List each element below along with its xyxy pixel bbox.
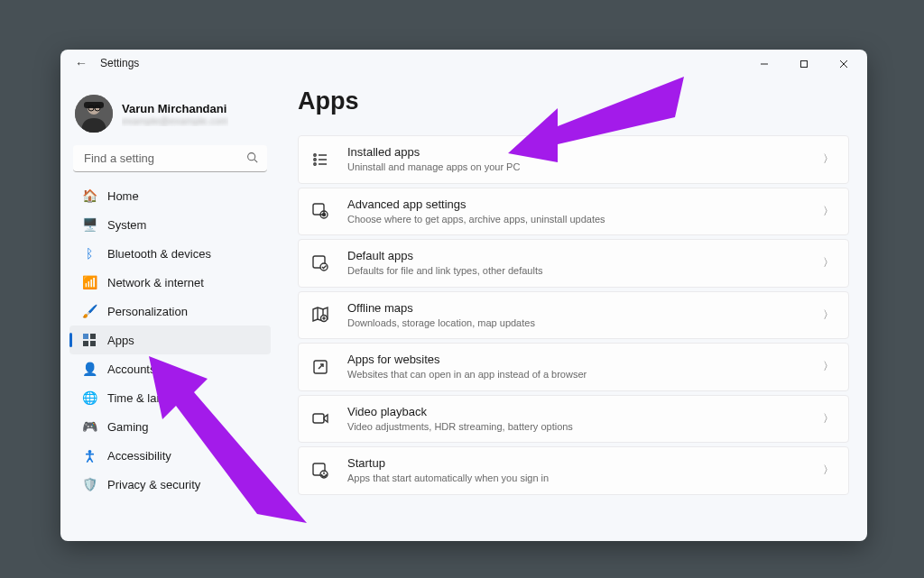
sidebar-item-label: Privacy & security (107, 478, 200, 491)
gamepad-icon: 🎮 (82, 419, 97, 434)
sidebar-item-label: Network & internet (107, 276, 204, 289)
check-app-icon (310, 252, 331, 274)
titlebar (60, 50, 867, 78)
card-installed-apps[interactable]: Installed apps Uninstall and manage apps… (298, 135, 849, 184)
sidebar-item-personalization[interactable]: 🖌️ Personalization (69, 297, 271, 326)
apps-icon (82, 333, 97, 347)
search-wrap (73, 145, 267, 172)
search-input[interactable] (73, 145, 267, 172)
brush-icon: 🖌️ (82, 304, 97, 318)
chevron-right-icon: 〉 (823, 204, 834, 219)
globe-icon: 🌐 (82, 390, 97, 405)
sidebar-item-privacy[interactable]: 🛡️ Privacy & security (69, 470, 271, 499)
sidebar-item-system[interactable]: 🖥️ System (69, 210, 271, 239)
system-icon: 🖥️ (82, 217, 97, 232)
sidebar-item-accounts[interactable]: 👤 Accounts (69, 354, 271, 383)
card-title: Video playback (347, 405, 823, 420)
card-title: Apps for websites (347, 353, 823, 368)
profile-email: example@example.com (122, 115, 228, 126)
sidebar-item-label: Home (107, 189, 139, 203)
svg-rect-11 (83, 334, 88, 339)
card-title: Default apps (347, 249, 823, 264)
card-subtitle: Downloads, storage location, map updates (347, 317, 823, 329)
shield-icon: 🛡️ (82, 477, 97, 491)
sidebar-item-time[interactable]: 🌐 Time & language (69, 383, 271, 412)
sidebar-item-bluetooth[interactable]: ᛒ Bluetooth & devices (69, 239, 271, 268)
svg-rect-1 (801, 61, 808, 68)
open-external-icon (310, 356, 331, 378)
profile-name: Varun Mirchandani (122, 102, 228, 115)
sidebar-item-label: Accounts (107, 362, 155, 376)
svg-rect-14 (90, 341, 96, 346)
startup-icon (310, 460, 331, 482)
video-icon (310, 408, 331, 429)
wifi-icon: 📶 (82, 275, 97, 289)
app-name: Settings (100, 57, 139, 69)
maximize-button[interactable] (784, 51, 824, 77)
svg-rect-13 (83, 341, 88, 346)
svg-point-20 (314, 163, 316, 165)
page-title: Apps (298, 87, 849, 115)
card-video-playback[interactable]: Video playback Video adjustments, HDR st… (298, 395, 849, 444)
sidebar-item-gaming[interactable]: 🎮 Gaming (69, 412, 271, 441)
person-icon: 👤 (82, 362, 97, 376)
cards-list: Installed apps Uninstall and manage apps… (298, 135, 849, 495)
svg-point-18 (314, 159, 316, 161)
settings-window: ← Settings (60, 50, 867, 541)
card-title: Advanced app settings (347, 197, 823, 213)
chevron-right-icon: 〉 (823, 307, 834, 323)
chevron-right-icon: 〉 (823, 255, 834, 271)
sidebar-item-home[interactable]: 🏠 Home (69, 181, 271, 210)
user-profile[interactable]: Varun Mirchandani example@example.com (69, 95, 271, 145)
home-icon: 🏠 (82, 188, 97, 203)
nav-list: 🏠 Home 🖥️ System ᛒ Bluetooth & devices 📶… (69, 181, 271, 499)
card-offline-maps[interactable]: Offline maps Downloads, storage location… (298, 291, 849, 340)
gear-app-icon (310, 200, 331, 222)
sidebar-item-label: System (107, 218, 146, 232)
chevron-right-icon: 〉 (823, 411, 834, 427)
card-subtitle: Choose where to get apps, archive apps, … (347, 213, 823, 225)
svg-point-26 (320, 263, 328, 271)
card-default-apps[interactable]: Default apps Defaults for file and link … (298, 239, 849, 288)
card-subtitle: Websites that can open in an app instead… (347, 368, 823, 381)
sidebar-item-label: Bluetooth & devices (107, 247, 211, 261)
svg-rect-22 (313, 204, 324, 215)
sidebar: Varun Mirchandani example@example.com 🏠 … (60, 78, 280, 541)
card-subtitle: Uninstall and manage apps on your PC (347, 161, 823, 173)
avatar (75, 95, 113, 133)
card-startup[interactable]: Startup Apps that start automatically wh… (298, 446, 849, 495)
card-apps-for-websites[interactable]: Apps for websites Websites that can open… (298, 343, 849, 391)
svg-point-24 (323, 214, 326, 216)
svg-rect-32 (313, 414, 324, 423)
sidebar-item-label: Gaming (107, 420, 149, 434)
card-subtitle: Video adjustments, HDR streaming, batter… (347, 420, 823, 433)
card-title: Offline maps (347, 301, 823, 317)
accessibility-icon (82, 448, 97, 463)
minimize-button[interactable] (744, 51, 784, 77)
map-icon (310, 304, 331, 326)
close-button[interactable] (824, 51, 864, 77)
svg-rect-12 (90, 334, 96, 339)
back-button[interactable]: ← (75, 56, 88, 70)
chevron-right-icon: 〉 (823, 151, 834, 167)
main-panel: Apps Installed apps Uninstall and manage… (280, 78, 867, 541)
sidebar-item-apps[interactable]: Apps (69, 326, 271, 354)
card-advanced-app-settings[interactable]: Advanced app settings Choose where to ge… (298, 188, 849, 236)
svg-point-16 (314, 154, 316, 156)
bluetooth-icon: ᛒ (82, 246, 97, 261)
chevron-right-icon: 〉 (823, 359, 834, 374)
sidebar-item-label: Time & language (107, 391, 196, 405)
sidebar-item-label: Personalization (107, 305, 188, 318)
card-subtitle: Defaults for file and link types, other … (347, 264, 823, 277)
list-icon (310, 149, 331, 170)
sidebar-item-label: Accessibility (107, 449, 171, 463)
sidebar-item-label: Apps (107, 334, 134, 347)
sidebar-item-accessibility[interactable]: Accessibility (69, 441, 271, 470)
card-subtitle: Apps that start automatically when you s… (347, 472, 823, 484)
chevron-right-icon: 〉 (823, 463, 834, 478)
card-title: Startup (347, 456, 823, 472)
sidebar-item-network[interactable]: 📶 Network & internet (69, 268, 271, 297)
card-title: Installed apps (347, 145, 823, 161)
